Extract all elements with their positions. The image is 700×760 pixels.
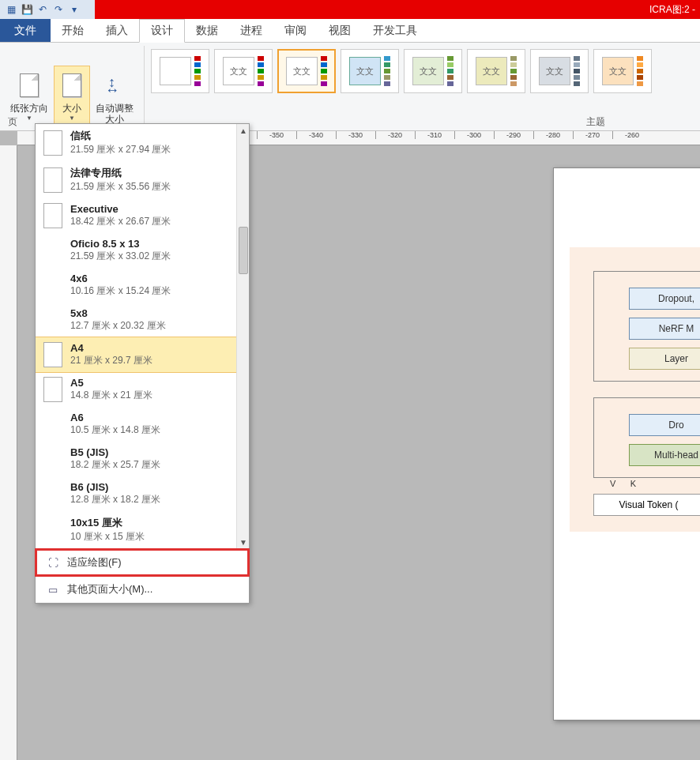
size-name: 4x6	[70, 273, 171, 284]
autofit-button[interactable]: 自动调整 大小	[90, 66, 139, 129]
page-icon	[43, 167, 62, 193]
size-dims: 10.16 厘米 x 15.24 厘米	[70, 284, 171, 298]
scroll-down-icon[interactable]: ▼	[237, 536, 249, 548]
size-dims: 21.59 厘米 x 27.94 厘米	[70, 143, 171, 156]
diagram-box[interactable]: Layer	[629, 348, 700, 370]
diagram-box[interactable]: Dropout,	[629, 288, 700, 310]
scroll-up-icon[interactable]: ▲	[237, 124, 249, 137]
scroll-thumb[interactable]	[239, 227, 248, 274]
size-dims: 21.59 厘米 x 35.56 厘米	[70, 180, 171, 194]
theme-preview: 文文	[602, 57, 634, 85]
theme-item[interactable]: 文文	[341, 49, 399, 93]
diagram-content: Dropout, NeRF M Layer Dro Multi-head V K…	[570, 247, 700, 532]
chevron-down-icon: ▼	[26, 115, 32, 122]
theme-preview: 文文	[223, 57, 254, 85]
theme-preview: 文文	[349, 57, 381, 85]
page-icon	[43, 517, 62, 543]
quick-access-toolbar: ▦ 💾 ↶ ↷ ▾	[0, 0, 95, 19]
size-option[interactable]: A514.8 厘米 x 21 厘米	[36, 372, 236, 407]
size-list: 信纸21.59 厘米 x 27.94 厘米法律专用纸21.59 厘米 x 35.…	[36, 124, 249, 548]
theme-preview	[160, 57, 191, 85]
theme-preview: 文文	[286, 57, 318, 85]
size-name: B5 (JIS)	[70, 446, 160, 458]
size-dims: 10 厘米 x 15 厘米	[70, 530, 145, 544]
size-option[interactable]: B6 (JIS)12.8 厘米 x 18.2 厘米	[36, 476, 236, 511]
size-option[interactable]: 5x812.7 厘米 x 20.32 厘米	[36, 303, 236, 337]
tab-file[interactable]: 文件	[0, 19, 51, 42]
theme-item[interactable]	[151, 49, 209, 93]
diagram-box[interactable]: Dro	[629, 414, 700, 436]
undo-icon[interactable]: ↶	[36, 3, 49, 16]
page-icon	[43, 238, 62, 263]
tab-data[interactable]: 数据	[185, 19, 229, 42]
tab-design[interactable]: 设计	[139, 19, 185, 43]
size-name: 法律专用纸	[70, 166, 171, 180]
more-sizes-label: 其他页面大小(M)...	[67, 582, 152, 596]
ribbon-group-page: 纸张方向 ▼ 大小 ▼ 自动调整 大小 页	[0, 46, 145, 129]
size-menu-footer: ⛶ 适应绘图(F) ▭ 其他页面大小(M)...	[36, 548, 249, 603]
size-dims: 18.42 厘米 x 26.67 厘米	[70, 215, 171, 228]
tab-developer[interactable]: 开发工具	[362, 19, 428, 42]
drawing-page[interactable]: Dropout, NeRF M Layer Dro Multi-head V K…	[553, 167, 700, 720]
tab-process[interactable]: 进程	[229, 19, 273, 42]
theme-item[interactable]: 文文	[467, 49, 525, 93]
size-dims: 18.2 厘米 x 25.7 厘米	[70, 458, 160, 472]
size-name: A4	[70, 342, 152, 354]
size-option[interactable]: 10x15 厘米10 厘米 x 15 厘米	[36, 511, 236, 548]
size-option[interactable]: 法律专用纸21.59 厘米 x 35.56 厘米	[36, 161, 236, 198]
diagram-box[interactable]: Multi-head	[629, 444, 700, 466]
qat-dropdown-icon[interactable]: ▾	[68, 3, 81, 16]
size-button[interactable]: 大小 ▼	[54, 66, 90, 129]
page-icon	[43, 130, 62, 156]
theme-item[interactable]: 文文	[530, 49, 589, 93]
size-dims: 21 厘米 x 29.7 厘米	[70, 354, 152, 367]
theme-preview: 文文	[412, 57, 444, 85]
theme-item[interactable]: 文文	[214, 49, 273, 93]
fit-drawing-item[interactable]: ⛶ 适应绘图(F)	[36, 549, 249, 576]
themes-group-label: 主题	[586, 115, 605, 129]
window-title: ICRA图:2 -	[95, 3, 700, 17]
size-option[interactable]: A610.5 厘米 x 14.8 厘米	[36, 407, 236, 442]
autofit-icon	[103, 74, 126, 96]
size-name: Executive	[70, 203, 171, 215]
page-icon	[43, 273, 62, 298]
page-icon	[43, 412, 62, 437]
theme-item[interactable]: 文文	[593, 49, 652, 93]
size-dims: 14.8 厘米 x 21 厘米	[70, 389, 152, 402]
tab-insert[interactable]: 插入	[95, 19, 139, 42]
autofit-label: 自动调整 大小	[96, 103, 134, 125]
size-name: Oficio 8.5 x 13	[70, 238, 171, 250]
more-sizes-item[interactable]: ▭ 其他页面大小(M)...	[36, 576, 249, 603]
size-option[interactable]: 信纸21.59 厘米 x 27.94 厘米	[36, 124, 236, 161]
size-option[interactable]: 4x610.16 厘米 x 15.24 厘米	[36, 268, 236, 303]
theme-item[interactable]: 文文	[404, 49, 462, 93]
scrollbar[interactable]: ▲ ▼	[236, 124, 249, 548]
save-icon[interactable]: 💾	[21, 3, 33, 16]
size-dims: 12.8 厘米 x 18.2 厘米	[70, 493, 160, 506]
fit-drawing-label: 适应绘图(F)	[67, 555, 122, 570]
diagram-box[interactable]: NeRF M	[629, 318, 700, 340]
app-icon[interactable]: ▦	[5, 3, 17, 16]
tab-review[interactable]: 审阅	[273, 19, 318, 42]
page-group-label: 页	[8, 115, 17, 129]
theme-item[interactable]: 文文	[277, 49, 336, 93]
tab-view[interactable]: 视图	[318, 19, 362, 42]
page-setup-icon: ▭	[47, 583, 59, 596]
size-option[interactable]: A421 厘米 x 29.7 厘米	[36, 337, 237, 373]
redo-icon[interactable]: ↷	[52, 3, 65, 16]
size-option[interactable]: B5 (JIS)18.2 厘米 x 25.7 厘米	[36, 442, 236, 476]
tab-home[interactable]: 开始	[51, 19, 95, 42]
ribbon: 纸张方向 ▼ 大小 ▼ 自动调整 大小 页 文文 文文	[0, 43, 700, 131]
diagram-box[interactable]: Visual Token (	[593, 494, 700, 516]
page-icon	[43, 481, 62, 506]
size-name: A5	[70, 377, 152, 389]
size-option[interactable]: Executive18.42 厘米 x 26.67 厘米	[36, 198, 236, 233]
size-dims: 12.7 厘米 x 20.32 厘米	[70, 319, 166, 333]
page-icon	[43, 307, 62, 333]
size-name: B6 (JIS)	[70, 481, 160, 493]
titlebar: ▦ 💾 ↶ ↷ ▾ ICRA图:2 -	[0, 0, 700, 19]
size-label: 大小	[62, 103, 81, 114]
ribbon-tabs: 文件 开始 插入 设计 数据 进程 审阅 视图 开发工具	[0, 19, 700, 43]
page-icon	[43, 203, 62, 228]
size-option[interactable]: Oficio 8.5 x 1321.59 厘米 x 33.02 厘米	[36, 233, 236, 268]
